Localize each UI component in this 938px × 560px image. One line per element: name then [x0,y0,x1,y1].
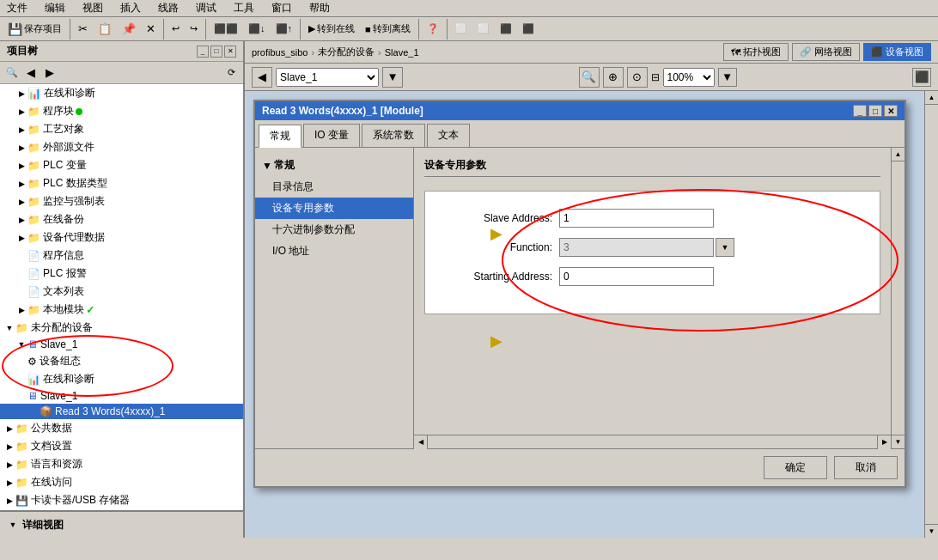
tree-item-process-obj[interactable]: ▶ 📁 工艺对象 [0,120,243,138]
dialog-maximize-btn[interactable]: □ [868,105,882,117]
tab-general[interactable]: 常规 [259,125,302,148]
cancel-button[interactable]: 取消 [834,456,898,479]
params-ellipse-annotation [494,183,906,338]
tree-item-prog-info[interactable]: 📄 程序信息 [0,247,243,265]
starting-address-label: Starting Address: [439,271,559,283]
vscroll-up-btn[interactable]: ▲ [892,148,904,161]
monitor-btn1[interactable]: ⬜ [451,21,472,37]
project-tree-content: ▶ 📊 在线和诊断 ▶ 📁 程序块 ▶ 📁 工艺对象 ▶ 📁 外部源文件 [0,84,243,510]
tree-item-doc-settings[interactable]: ▶ 📁 文档设置 [0,437,243,455]
compile-button[interactable]: ⬛⬛ [210,21,242,37]
menu-help[interactable]: 帮助 [306,1,333,15]
menu-item-hex-params[interactable]: 十六进制参数分配 [255,219,413,240]
forward-btn[interactable]: ▶ [41,64,58,82]
tree-item-slave1-ref[interactable]: 🖥 Slave_1 [0,388,243,404]
copy-button[interactable]: 📋 [94,20,116,38]
tab-sys-const[interactable]: 系统常数 [362,124,425,147]
go-online-button[interactable]: ▶ 转到在线 [304,20,359,38]
help-button[interactable]: ❓ [423,21,443,37]
tree-item-read3words[interactable]: 📦 Read 3 Words(4xxxx)_1 [0,404,243,419]
tree-item-lang[interactable]: ▶ 📁 语言和资源 [0,455,243,473]
tree-item-online-diag[interactable]: ▶ 📊 在线和诊断 [0,84,243,102]
menu-window[interactable]: 窗口 [268,1,295,15]
starting-address-input[interactable] [559,267,714,286]
monitor-btn4[interactable]: ⬛ [518,21,539,37]
zoom-in-btn[interactable]: ⊕ [603,67,624,88]
extra-btn[interactable]: ⬛ [912,68,931,87]
tab-io-vars[interactable]: IO 变量 [303,124,360,147]
vscroll-down-btn[interactable]: ▼ [892,435,904,448]
back-btn[interactable]: ◀ [22,64,40,82]
slave-address-input[interactable] [559,209,714,228]
tree-item-ext-source[interactable]: ▶ 📁 外部源文件 [0,138,243,156]
menu-item-catalog[interactable]: 目录信息 [255,176,413,198]
redo-button[interactable]: ↪ [186,21,202,37]
hscroll-left-btn[interactable]: ◀ [414,435,428,449]
paste-button[interactable]: 📌 [118,20,140,38]
zoom-out-btn[interactable]: 🔍 [579,67,600,88]
menu-item-io-addr[interactable]: I/O 地址 [255,240,413,262]
menu-item-device-params[interactable]: 设备专用参数 [255,198,413,219]
go-offline-button[interactable]: ■ 转到离线 [361,20,415,38]
device-view-btn[interactable]: ⬛ 设备视图 [863,43,931,61]
menu-online[interactable]: 线路 [155,1,182,15]
undo-button[interactable]: ↩ [168,21,184,37]
breadcrumb: profibus_sibo › 未分配的设备 › Slave_1 [252,46,419,58]
download-button[interactable]: ⬛↓ [244,21,270,37]
section-general[interactable]: ▼ 常规 [255,155,413,176]
tree-item-plc-alarm[interactable]: 📄 PLC 报警 [0,265,243,283]
dialog-close-btn[interactable]: ✕ [884,105,898,117]
monitor-btn2[interactable]: ⬜ [473,21,494,37]
tree-item-plc-datatype[interactable]: ▶ 📁 PLC 数据类型 [0,174,243,192]
zoom-fit-btn[interactable]: ⊙ [627,67,648,88]
ok-button[interactable]: 确定 [764,456,827,479]
monitor-btn3[interactable]: ⬛ [496,21,516,37]
menu-file[interactable]: 文件 [3,1,31,15]
tree-item-online-access[interactable]: ▶ 📁 在线访问 [0,473,243,491]
panel-close[interactable]: ✕ [224,46,236,58]
save-button[interactable]: 💾 保存项目 [3,20,66,39]
tree-item-online-backup[interactable]: ▶ 📁 在线备份 [0,210,243,228]
tree-item-device-config[interactable]: ⚙ 设备组态 [0,352,243,370]
tree-item-slave1-online[interactable]: 📊 在线和诊断 [0,370,243,388]
tree-item-public-data[interactable]: ▶ 📁 公共数据 [0,419,243,437]
separator [70,19,70,40]
zoom-dropdown-btn[interactable]: ▼ [718,68,737,87]
tab-text[interactable]: 文本 [427,124,470,147]
menu-debug[interactable]: 调试 [192,1,220,15]
tree-item-text-list[interactable]: 📄 文本列表 [0,283,243,301]
arrow-indicator: ▶ [490,332,502,350]
menu-view[interactable]: 视图 [79,1,107,15]
tree-item-local-module[interactable]: ▶ 📁 本地模块 ✓ [0,301,243,319]
network-view-btn[interactable]: 🔗 网络视图 [792,43,860,61]
zoom-level-sep: ⊟ [651,71,660,83]
scroll-down-btn[interactable]: ▼ [925,524,938,538]
tree-item-monitor-ctrl[interactable]: ▶ 📁 监控与强制表 [0,192,243,210]
panel-minimize[interactable]: _ [197,46,209,58]
function-dropdown-btn[interactable]: ▼ [716,238,734,257]
dialog-hscrollbar[interactable]: ◀ ▶ [414,435,891,448]
menu-insert[interactable]: 插入 [117,1,144,15]
tree-item-slave1[interactable]: ▼ 🖥 Slave_1 [0,337,243,352]
upload-button[interactable]: ⬛↑ [271,21,297,37]
panel-maximize[interactable]: □ [210,46,222,58]
refresh-btn[interactable]: ⟳ [222,64,240,82]
tree-item-card-reader[interactable]: ▶ 💾 卡读卡器/USB 存储器 [0,491,243,509]
topology-view-btn[interactable]: 🗺 拓扑视图 [723,43,789,61]
scroll-up-btn[interactable]: ▲ [925,91,938,105]
dropdown-arrow-btn[interactable]: ▼ [382,67,403,88]
delete-button[interactable]: ✕ [142,20,160,38]
slave-dropdown[interactable]: Slave_1 [276,68,379,87]
menu-edit[interactable]: 编辑 [41,1,69,15]
tree-item-device-proxy[interactable]: ▶ 📁 设备代理数据 [0,228,243,247]
cut-button[interactable]: ✂ [74,20,92,38]
device-back-btn[interactable]: ◀ [252,67,272,88]
search-btn[interactable]: 🔍 [3,64,21,82]
dialog-minimize-btn[interactable]: _ [853,105,867,117]
menu-tools[interactable]: 工具 [230,1,258,15]
hscroll-right-btn[interactable]: ▶ [877,435,891,449]
tree-item-program-block[interactable]: ▶ 📁 程序块 [0,102,243,120]
tree-item-unassigned[interactable]: ▼ 📁 未分配的设备 [0,319,243,337]
zoom-select[interactable]: 100% [663,68,715,87]
tree-item-plc-var[interactable]: ▶ 📁 PLC 变量 [0,156,243,174]
